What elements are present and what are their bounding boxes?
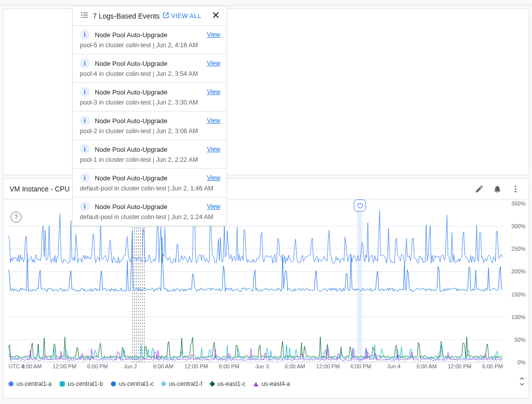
event-title: Node Pool Auto-Upgrade	[95, 117, 207, 125]
x-tick: 12:00 PM	[316, 363, 340, 369]
expand-button[interactable]	[517, 375, 526, 387]
x-tick: 12:00 PM	[448, 363, 471, 369]
legend-label: us-central1-b	[68, 380, 103, 387]
legend-label: us-central1-a	[17, 380, 52, 387]
event-view-link[interactable]: View	[207, 146, 220, 153]
open-in-new-icon	[163, 12, 169, 20]
chart-title: VM Instance - CPU	[10, 185, 70, 193]
legend-item[interactable]: us-east1-c	[210, 380, 245, 387]
y-tick: 250%	[511, 246, 525, 252]
ghost-card: 7 Logs-Based Events VIEW ALL iNode Pool …	[3, 9, 529, 175]
legend-swatch	[161, 381, 167, 386]
info-icon: i	[80, 30, 90, 40]
alert-button[interactable]	[488, 180, 506, 198]
x-tick: 6:00 PM	[350, 363, 371, 369]
popup-title: 7 Logs-Based Events	[93, 12, 160, 20]
x-tick: 6:00 AM	[22, 363, 42, 369]
x-tick: 6:00 PM	[87, 363, 108, 369]
event-title: Node Pool Auto-Upgrade	[95, 88, 207, 96]
x-tick: 6:00 PM	[482, 363, 503, 369]
event-row: iNode Pool Auto-UpgradeViewpool-5 in clu…	[73, 25, 226, 54]
legend-swatch	[9, 381, 14, 386]
svg-point-0	[515, 185, 516, 187]
y-tick: 300%	[511, 223, 525, 229]
info-icon: i	[80, 144, 90, 154]
legend-item[interactable]: us-central1-b	[60, 380, 103, 387]
svg-point-2	[515, 191, 516, 192]
event-title: Node Pool Auto-Upgrade	[95, 203, 207, 211]
x-tick: 12:00 PM	[53, 363, 76, 369]
legend-item[interactable]: us-east4-a	[253, 380, 290, 387]
legend-swatch	[60, 381, 65, 386]
more-button[interactable]	[506, 180, 524, 198]
chart-body: ? 7	[4, 199, 528, 390]
event-subtitle: default-pool in cluster colin-test | Jun…	[80, 185, 220, 192]
y-tick: 200%	[511, 268, 525, 274]
info-icon: i	[80, 201, 90, 212]
x-tick: Jun 4	[387, 363, 401, 369]
event-view-link[interactable]: View	[207, 88, 220, 95]
legend-label: us-central1-c	[119, 380, 154, 387]
legend-label: us-east4-a	[261, 380, 290, 387]
event-row: iNode Pool Auto-UpgradeViewdefault-pool …	[73, 168, 226, 197]
legend-swatch	[209, 381, 215, 386]
event-subtitle: default-pool in cluster colin-test | Jun…	[80, 214, 220, 221]
info-icon: i	[80, 87, 90, 97]
event-subtitle: pool-2 in cluster colin-test | Jun 2, 3:…	[80, 128, 220, 135]
legend-swatch	[111, 381, 116, 386]
legend-label: us-east1-c	[217, 380, 245, 387]
event-title: Node Pool Auto-Upgrade	[95, 146, 207, 153]
x-tick: 6:00 PM	[219, 363, 239, 369]
info-icon: i	[80, 116, 90, 126]
x-tick: 6:00 AM	[153, 363, 173, 369]
event-row: iNode Pool Auto-UpgradeViewpool-3 in clu…	[73, 82, 226, 111]
chart-svg	[9, 204, 502, 362]
info-icon: i	[80, 58, 90, 68]
popup-header: 7 Logs-Based Events VIEW ALL	[73, 7, 226, 25]
event-title: Node Pool Auto-Upgrade	[95, 174, 207, 182]
y-tick: 0%	[517, 359, 525, 365]
x-tick: 6:00 AM	[417, 363, 437, 369]
event-subtitle: pool-4 in cluster colin-test | Jun 2, 3:…	[80, 70, 220, 77]
legend-label: us-central1-f	[169, 380, 202, 387]
legend-swatch	[253, 382, 258, 386]
event-subtitle: pool-5 in cluster colin-test | Jun 2, 4:…	[80, 42, 220, 49]
legend-item[interactable]: us-central1-f	[162, 380, 202, 387]
chart-legend: us-central1-aus-central1-bus-central1-cu…	[9, 380, 502, 387]
logs-icon	[80, 11, 89, 21]
y-tick: 350%	[511, 200, 525, 207]
event-row: iNode Pool Auto-UpgradeViewpool-1 in clu…	[73, 140, 226, 168]
event-title: Node Pool Auto-Upgrade	[95, 60, 207, 67]
heart-badge[interactable]	[354, 199, 366, 212]
y-tick: 100%	[511, 314, 525, 320]
close-button[interactable]	[211, 11, 220, 21]
event-title: Node Pool Auto-Upgrade	[95, 31, 207, 39]
x-tick: 6:00 AM	[285, 363, 305, 369]
event-view-link[interactable]: View	[207, 60, 220, 67]
x-tick: Jun 3	[255, 363, 269, 369]
edit-button[interactable]	[470, 180, 488, 198]
x-tick: 12:00 PM	[184, 363, 208, 369]
svg-rect-4	[357, 204, 362, 362]
event-view-link[interactable]: View	[207, 203, 220, 210]
event-row: iNode Pool Auto-UpgradeViewpool-4 in clu…	[73, 54, 226, 82]
y-tick: 150%	[511, 291, 525, 297]
event-subtitle: pool-3 in cluster colin-test | Jun 2, 3:…	[80, 99, 220, 106]
event-row: iNode Pool Auto-UpgradeViewpool-2 in clu…	[73, 111, 226, 140]
event-view-link[interactable]: View	[207, 174, 220, 181]
event-view-link[interactable]: View	[207, 117, 220, 124]
event-subtitle: pool-1 in cluster colin-test | Jun 2, 2:…	[80, 156, 220, 163]
info-icon: i	[80, 173, 90, 183]
event-view-link[interactable]: View	[207, 31, 220, 38]
x-tick: Jun 2	[123, 363, 137, 369]
top-bar	[0, 0, 532, 6]
legend-item[interactable]: us-central1-a	[9, 380, 52, 387]
event-row: iNode Pool Auto-UpgradeViewdefault-pool …	[73, 197, 226, 226]
view-all-button[interactable]: VIEW ALL	[171, 13, 201, 20]
x-axis-ticks: UTC-46:00 AM12:00 PM6:00 PMJun 26:00 AM1…	[9, 363, 502, 371]
y-tick: 50%	[514, 337, 525, 343]
legend-item[interactable]: us-central1-c	[111, 380, 154, 387]
svg-point-1	[515, 188, 516, 190]
plot-area[interactable]: 7	[9, 204, 502, 362]
logs-events-popup: 7 Logs-Based Events VIEW ALL iNode Pool …	[72, 6, 227, 226]
